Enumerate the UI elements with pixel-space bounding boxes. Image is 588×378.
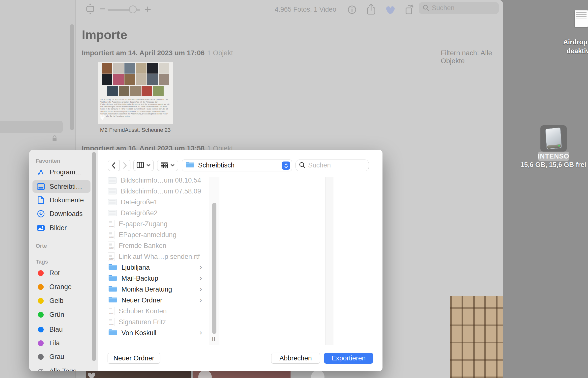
desktop-file-label[interactable]: Airdrop a deaktiv bbox=[558, 38, 588, 55]
column-scrollbar-gutter bbox=[326, 177, 333, 345]
file-row: Link auf Wha…p senden.rtf bbox=[98, 251, 209, 262]
view-mode-button[interactable] bbox=[133, 160, 154, 171]
aspect-ratio-icon[interactable] bbox=[85, 3, 95, 16]
photos-icon bbox=[37, 224, 45, 231]
search-icon bbox=[299, 162, 306, 169]
library-count-label: 4.965 Fotos, 1 Video bbox=[271, 6, 340, 13]
info-icon[interactable] bbox=[347, 4, 357, 16]
heart-overlay-icon: ♥ bbox=[99, 112, 105, 122]
column-resize-handle[interactable]: || bbox=[212, 336, 216, 342]
import-date-label: Importiert am 14. April 2023 um 17:06 bbox=[82, 49, 205, 57]
rtf-file-icon bbox=[108, 318, 115, 326]
photos-sidebar-selected-item[interactable] bbox=[0, 121, 63, 133]
dialog-sidebar: Favoriten Program… Schreibti… Dokumente bbox=[29, 150, 98, 371]
share-icon[interactable] bbox=[366, 3, 377, 17]
file-row: EPaper-anmeldung bbox=[98, 229, 209, 240]
zoom-in-icon[interactable] bbox=[144, 5, 152, 14]
tag-label: Alle Tags … bbox=[49, 367, 85, 371]
folder-row[interactable]: Monika Beratung› bbox=[98, 284, 209, 295]
tag-item-gruen[interactable]: Grün bbox=[32, 308, 90, 321]
file-row: Bildschirmfo…um 07.58.09 bbox=[98, 186, 209, 197]
tag-item-lila[interactable]: Lila bbox=[32, 337, 90, 349]
tag-label: Lila bbox=[49, 339, 60, 347]
folder-row[interactable]: Neuer Ordner› bbox=[98, 295, 209, 306]
column-scrollbar-gutter: || bbox=[209, 177, 219, 345]
back-button[interactable] bbox=[108, 160, 119, 171]
rtf-file-icon bbox=[108, 220, 115, 228]
folder-row[interactable]: Mail-Backup› bbox=[98, 273, 209, 284]
column-scrollbar[interactable] bbox=[212, 203, 216, 334]
sidebar-item-dokumente[interactable]: Dokumente bbox=[32, 194, 90, 206]
folder-icon bbox=[108, 328, 118, 338]
airdrop-label-line1: Airdrop a bbox=[558, 38, 588, 47]
places-header: Orte bbox=[36, 243, 47, 249]
rtf-file-icon bbox=[108, 252, 115, 261]
tag-item-rot[interactable]: Rot bbox=[32, 267, 90, 279]
tag-item-gelb[interactable]: Gelb bbox=[32, 295, 90, 307]
sidebar-item-schreibtisch[interactable]: Schreibti… bbox=[32, 180, 90, 193]
selection-circle-icon[interactable] bbox=[311, 370, 324, 378]
folder-row[interactable]: Ljubiljana› bbox=[98, 262, 209, 273]
tag-color-dot bbox=[38, 270, 44, 276]
photos-sidebar-scrollbar[interactable] bbox=[70, 24, 74, 130]
file-row: Schuber Konten bbox=[98, 306, 209, 317]
thumbnail-collage bbox=[98, 62, 173, 97]
photos-search-input[interactable] bbox=[432, 4, 491, 12]
favorites-header: Favoriten bbox=[36, 158, 60, 164]
dialog-search-field[interactable] bbox=[295, 160, 369, 171]
desktop-document-icon[interactable] bbox=[575, 10, 588, 27]
tag-label: Grau bbox=[49, 353, 64, 361]
columns-view-icon bbox=[137, 162, 144, 169]
all-tags-icon bbox=[38, 368, 44, 371]
sidebar-item-bilder[interactable]: Bilder bbox=[32, 222, 90, 234]
tag-item-orange[interactable]: Orange bbox=[32, 281, 90, 293]
export-button[interactable]: Exportieren bbox=[324, 353, 373, 364]
rotate-icon[interactable] bbox=[404, 3, 415, 17]
rtf-file-icon bbox=[108, 307, 115, 315]
group-sort-button[interactable] bbox=[157, 160, 178, 171]
flyer-text: Am Sonntag, 16. April um 17 Uhr wird es … bbox=[98, 97, 173, 117]
sidebar-item-programme[interactable]: Program… bbox=[32, 166, 90, 178]
desktop-icon bbox=[37, 183, 45, 190]
favorite-heart-icon[interactable] bbox=[384, 4, 396, 16]
dialog-sidebar-scrollbar[interactable] bbox=[92, 152, 96, 361]
section-divider bbox=[82, 139, 503, 139]
import-section-1-header: Importiert am 14. April 2023 um 17:061 O… bbox=[82, 49, 233, 57]
dialog-search-input[interactable] bbox=[308, 162, 358, 169]
new-folder-button[interactable]: Neuer Ordner bbox=[108, 353, 160, 364]
export-dialog: Favoriten Program… Schreibti… Dokumente bbox=[29, 150, 382, 371]
tag-color-dot bbox=[38, 327, 44, 332]
location-stepper[interactable] bbox=[282, 162, 290, 170]
object-count: 1 Objekt bbox=[207, 49, 233, 57]
location-dropdown[interactable]: Schreibtisch bbox=[182, 160, 292, 171]
tags-header: Tags bbox=[36, 259, 48, 265]
tag-color-dot bbox=[38, 340, 44, 346]
tag-item-blau[interactable]: Blau bbox=[32, 323, 90, 336]
external-drive-icon[interactable] bbox=[540, 125, 567, 152]
sidebar-item-downloads[interactable]: Downloads bbox=[32, 208, 90, 220]
tag-item-alle-tags[interactable]: Alle Tags … bbox=[32, 365, 90, 371]
import-thumbnail[interactable]: Am Sonntag, 16. April um 17 Uhr wird es … bbox=[98, 62, 173, 124]
tag-label: Grün bbox=[49, 311, 64, 319]
filter-dropdown[interactable]: Filtern nach: Alle Objekte bbox=[441, 49, 503, 65]
forward-button[interactable] bbox=[119, 160, 130, 171]
search-icon bbox=[422, 4, 429, 12]
document-icon bbox=[37, 196, 45, 204]
folder-row[interactable]: Von Koskull› bbox=[98, 327, 209, 338]
tag-color-dot bbox=[38, 312, 44, 318]
zoom-slider-knob[interactable] bbox=[129, 5, 137, 13]
cancel-button[interactable]: Abbrechen bbox=[271, 353, 320, 364]
photo-fragment[interactable] bbox=[450, 296, 503, 378]
screenshot-file-icon bbox=[108, 177, 117, 184]
zoom-out-icon[interactable] bbox=[100, 6, 106, 13]
chevron-right-icon: › bbox=[200, 285, 202, 293]
photos-search-field[interactable] bbox=[419, 2, 499, 14]
file-row: Dateigröße2 bbox=[98, 208, 209, 218]
chevron-right-icon: › bbox=[200, 263, 202, 271]
drive-name-label[interactable]: INTENSO bbox=[538, 152, 569, 161]
tag-item-grau[interactable]: Grau bbox=[32, 351, 90, 363]
chevron-right-icon: › bbox=[200, 274, 202, 282]
screenshot-file-icon bbox=[108, 199, 117, 205]
file-column: Bildschirmfo…um 08.10.54 Bildschirmfo…um… bbox=[98, 177, 209, 345]
location-label: Schreibtisch bbox=[198, 162, 235, 169]
